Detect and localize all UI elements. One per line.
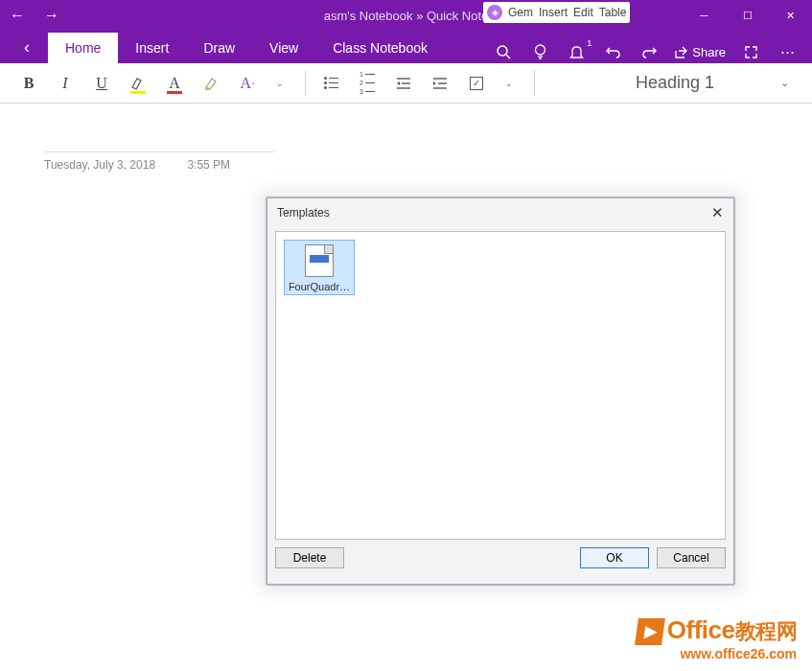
window-title: asm's Notebook » Quick Note — [324, 9, 489, 23]
bold-button[interactable]: B — [13, 69, 44, 98]
font-color-button[interactable]: A — [159, 69, 190, 98]
format-painter-button[interactable]: A◦ — [232, 69, 263, 98]
close-button[interactable]: ✕ — [769, 0, 812, 31]
style-selector[interactable]: Heading 1 ⌄ — [626, 69, 799, 98]
number-list-button[interactable]: 123 — [352, 69, 383, 98]
cancel-button[interactable]: Cancel — [657, 547, 726, 568]
todo-tag-button[interactable]: ✓ — [461, 69, 492, 98]
templates-list[interactable]: FourQuadr… — [275, 231, 726, 540]
template-file-icon — [305, 244, 334, 277]
highlight-button[interactable] — [123, 69, 153, 98]
dialog-close-icon[interactable]: ✕ — [711, 204, 724, 221]
more-lists-icon[interactable]: ⌄ — [494, 69, 524, 98]
redo-icon[interactable] — [638, 40, 661, 63]
search-icon[interactable] — [492, 40, 515, 63]
dialog-titlebar[interactable]: Templates ✕ — [267, 198, 733, 227]
watermark: ▶Office教程网 www.office26.com — [637, 615, 797, 661]
bullet-list-button[interactable] — [315, 69, 346, 98]
page-date: Tuesday, July 3, 2018 — [44, 158, 155, 172]
gem-menu-edit[interactable]: Edit — [573, 6, 593, 19]
watermark-logo-icon: ▶ — [635, 618, 665, 645]
underline-button[interactable]: U — [86, 69, 117, 98]
separator — [305, 71, 306, 96]
ok-button[interactable]: OK — [580, 547, 649, 568]
undo-icon[interactable] — [601, 40, 624, 63]
tab-home[interactable]: Home — [48, 33, 118, 63]
more-icon[interactable]: ⋯ — [776, 40, 799, 63]
watermark-url: www.office26.com — [637, 646, 797, 661]
nav-forward-icon[interactable]: → — [35, 0, 69, 31]
lightbulb-icon[interactable] — [528, 40, 551, 63]
gem-icon[interactable]: ◈ — [487, 5, 502, 20]
watermark-brand: Office — [667, 615, 735, 644]
notification-icon[interactable]: 1 — [565, 40, 588, 63]
page-metadata: Tuesday, July 3, 2018 3:55 PM — [44, 151, 274, 172]
templates-dialog: Templates ✕ FourQuadr… Delete OK Cancel — [267, 197, 734, 585]
tab-draw[interactable]: Draw — [186, 33, 252, 63]
dialog-title: Templates — [277, 206, 330, 220]
tab-insert[interactable]: Insert — [118, 33, 186, 63]
indent-button[interactable] — [425, 69, 455, 98]
more-formatting-icon[interactable]: ⌄ — [265, 69, 295, 98]
gem-toolbar: ◈ Gem Insert Edit Table — [483, 2, 630, 23]
italic-button[interactable]: I — [50, 69, 81, 98]
maximize-button[interactable]: ☐ — [726, 0, 769, 31]
chevron-down-icon: ⌄ — [780, 77, 789, 89]
titlebar: ← → asm's Notebook » Quick Note ◈ Gem In… — [0, 0, 812, 31]
gem-menu-table[interactable]: Table — [599, 6, 627, 19]
page-time: 3:55 PM — [187, 158, 230, 172]
tab-class-notebook[interactable]: Class Notebook — [315, 33, 445, 63]
minimize-button[interactable]: ─ — [683, 0, 726, 31]
fullscreen-icon[interactable] — [739, 40, 762, 63]
notification-badge: 1 — [587, 38, 592, 48]
outdent-button[interactable] — [388, 69, 419, 98]
template-item[interactable]: FourQuadr… — [284, 240, 355, 295]
watermark-brand-cn: 教程网 — [735, 619, 798, 643]
nav-back-icon[interactable]: ← — [0, 0, 35, 31]
share-button[interactable]: Share — [674, 45, 726, 59]
ribbon-back-icon[interactable]: ‹ — [6, 31, 48, 63]
template-item-label: FourQuadr… — [287, 281, 352, 292]
formatting-toolbar: B I U A A◦ ⌄ 123 ✓ ⌄ Heading 1 ⌄ — [0, 63, 812, 104]
tab-view[interactable]: View — [252, 33, 315, 63]
svg-point-2 — [535, 45, 545, 55]
clear-formatting-button[interactable] — [196, 69, 226, 98]
style-current: Heading 1 — [636, 73, 714, 93]
gem-menu-gem[interactable]: Gem — [508, 6, 533, 19]
gem-menu-insert[interactable]: Insert — [539, 6, 568, 19]
ribbon-tabs: ‹ Home Insert Draw View Class Notebook 1 — [0, 31, 812, 63]
dialog-buttons: Delete OK Cancel — [267, 540, 733, 576]
separator — [534, 71, 535, 96]
svg-point-0 — [498, 46, 507, 56]
share-label: Share — [692, 45, 726, 59]
svg-line-1 — [506, 55, 510, 58]
delete-button[interactable]: Delete — [275, 547, 344, 568]
